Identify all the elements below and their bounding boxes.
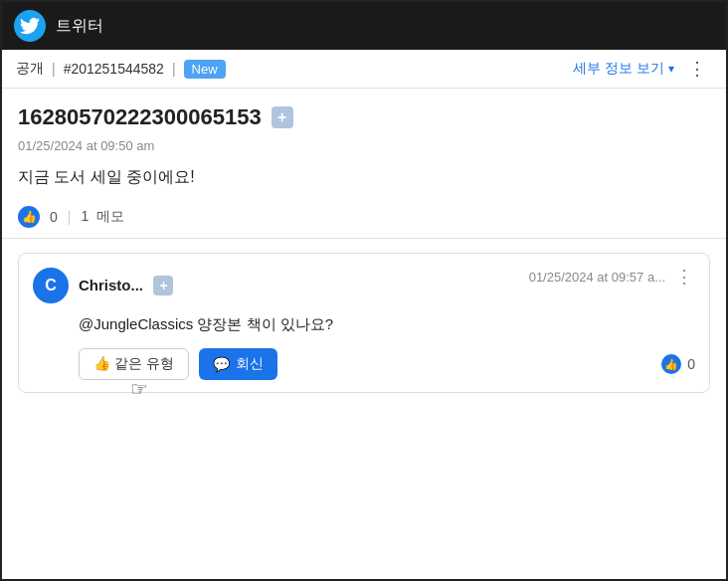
comment-user: C Christo... + xyxy=(33,268,173,303)
comment-actions: 👍 같은 유형 💬 회신 👍 0 xyxy=(79,348,695,380)
twitter-logo xyxy=(14,10,46,42)
separator-2: | xyxy=(172,61,176,77)
avatar: C xyxy=(33,268,69,303)
post-timestamp: 01/25/2024 at 09:50 am xyxy=(18,138,710,153)
like-icon: 👍 xyxy=(18,206,40,228)
reaction-row: 👍 0 | 1 메모 xyxy=(18,206,710,228)
comment-section: C Christo... + 01/25/2024 at 09:57 a... … xyxy=(2,239,726,403)
status-badge: New xyxy=(184,60,226,79)
comment-card: C Christo... + 01/25/2024 at 09:57 a... … xyxy=(18,253,710,393)
memo-label: 메모 xyxy=(96,208,124,224)
plus-badge[interactable]: + xyxy=(272,106,293,128)
post-id: 16280570222300065153 xyxy=(18,104,262,130)
detail-link[interactable]: 세부 정보 보기 ▾ xyxy=(573,60,674,78)
comment-timestamp: 01/25/2024 at 09:57 a... xyxy=(529,270,665,285)
header-title: 트위터 xyxy=(56,16,103,37)
comment-reaction-count: 0 xyxy=(687,356,695,372)
thumbs-up-icon: 👍 xyxy=(93,355,110,371)
comment-plus-badge[interactable]: + xyxy=(153,276,173,295)
reaction-count: 0 xyxy=(50,209,58,225)
memo-count: 1 메모 xyxy=(81,208,124,226)
ticket-id-label: #201251544582 xyxy=(64,61,164,77)
reply-button[interactable]: 💬 회신 xyxy=(199,348,277,380)
comment-header: C Christo... + 01/25/2024 at 09:57 a... … xyxy=(33,268,695,303)
comment-kebab-button[interactable]: ⋮ xyxy=(673,268,695,286)
toolbar-kebab-button[interactable]: ⋮ xyxy=(682,58,712,80)
visibility-label: 공개 xyxy=(16,60,44,78)
like-button[interactable]: 👍 같은 유형 xyxy=(79,348,189,380)
comment-body: @JungleClassics 양장본 책이 있나요? xyxy=(79,315,695,334)
ticket-id-row: 16280570222300065153 + xyxy=(18,104,710,130)
toolbar-right: 세부 정보 보기 ▾ ⋮ xyxy=(573,58,712,80)
comment-meta: 01/25/2024 at 09:57 a... ⋮ xyxy=(529,268,695,286)
post-message: 지금 도서 세일 중이에요! xyxy=(18,167,710,188)
toolbar-row: 공개 | #201251544582 | New 세부 정보 보기 ▾ ⋮ xyxy=(2,50,726,89)
separator-1: | xyxy=(52,61,56,77)
comment-username: Christo... xyxy=(79,277,143,293)
toolbar-left: 공개 | #201251544582 | New xyxy=(16,60,226,79)
reply-label: 회신 xyxy=(236,355,264,373)
reply-icon: 💬 xyxy=(213,356,230,372)
main-content: 16280570222300065153 + 01/25/2024 at 09:… xyxy=(2,89,726,239)
comment-username-row: Christo... + xyxy=(79,276,173,295)
header-bar: 트위터 xyxy=(2,2,726,50)
chevron-icon: ▾ xyxy=(668,62,674,76)
action-buttons: 👍 같은 유형 💬 회신 xyxy=(79,348,277,380)
comment-reaction: 👍 0 xyxy=(661,354,695,374)
like-label: 같은 유형 xyxy=(114,355,174,371)
comment-like-icon: 👍 xyxy=(661,354,681,374)
pipe-separator: | xyxy=(68,209,72,225)
